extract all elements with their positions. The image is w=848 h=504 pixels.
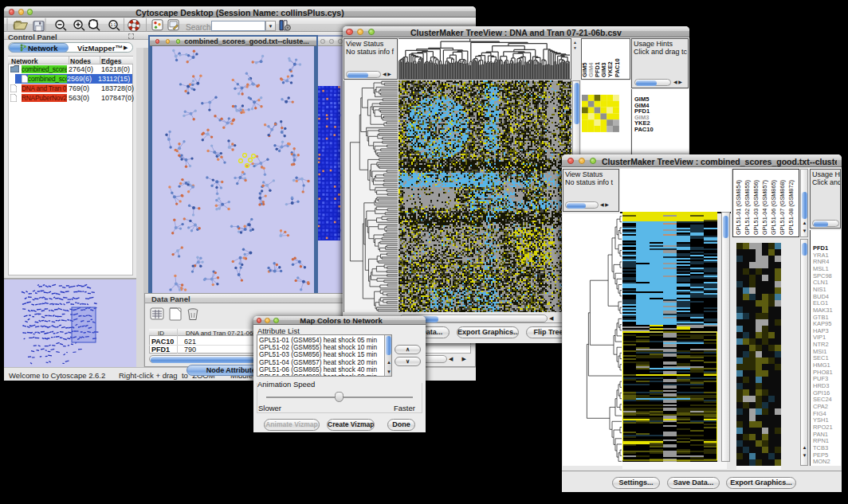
svg-text:GPL51-01 (GSM854): GPL51-01 (GSM854)	[735, 180, 742, 235]
svg-text:GPL51-07 (GSM868): GPL51-07 (GSM868)	[779, 180, 786, 235]
svg-text:GPL51-04 (GSM857): GPL51-04 (GSM857)	[761, 180, 768, 235]
svg-text:GPL51-06 (GSM865): GPL51-06 (GSM865)	[770, 180, 777, 235]
svg-text:GPL51-02 (GSM855): GPL51-02 (GSM855)	[744, 180, 751, 235]
svg-text:GPL51-03 (GSM856): GPL51-03 (GSM856)	[752, 180, 760, 235]
svg-text:GPL51-08 (GSM872): GPL51-08 (GSM872)	[787, 180, 795, 235]
svg-text:PAC10: PAC10	[614, 58, 621, 77]
svg-text:1:1: 1:1	[111, 22, 116, 27]
